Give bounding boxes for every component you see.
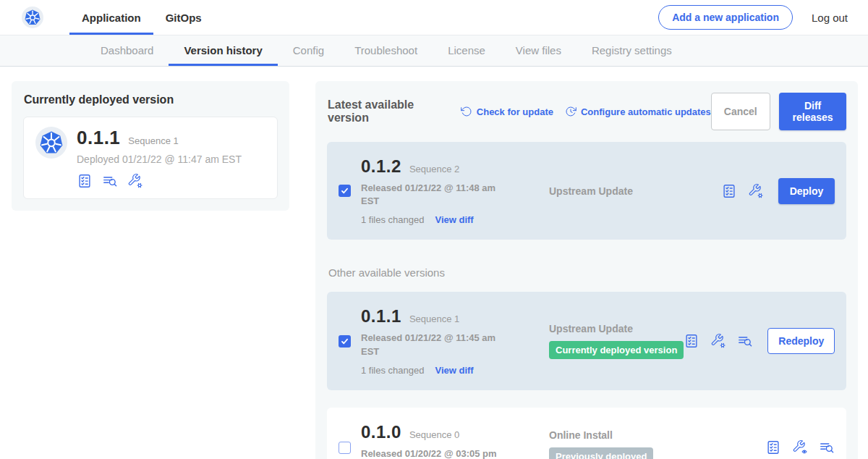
redeploy-button[interactable]: Redeploy (767, 328, 835, 354)
version-number: 0.1.2 (361, 156, 401, 177)
subnav-tab-troubleshoot[interactable]: Troubleshoot (339, 35, 433, 66)
diff-releases-button[interactable]: Diff releases (779, 93, 847, 130)
version-number: 0.1.1 (361, 306, 401, 327)
deploy-logs-icon[interactable] (102, 173, 118, 189)
add-new-application-button[interactable]: Add a new application (658, 5, 793, 30)
deployed-version-card: 0.1.1 Sequence 1 Deployed 01/21/22 @ 11:… (23, 117, 278, 199)
checkmark-icon (341, 337, 349, 345)
view-diff-link[interactable]: View diff (435, 214, 473, 225)
view-diff-link[interactable]: View diff (435, 365, 473, 376)
version-checkbox[interactable] (339, 185, 351, 197)
main-content: Currently deployed version 0.1.1 Sequenc… (0, 67, 868, 459)
logout-link[interactable]: Log out (812, 12, 848, 24)
sequence-label: Sequence 0 (409, 429, 459, 440)
sequence-label: Sequence 1 (409, 313, 459, 324)
released-timestamp: Released 01/21/22 @ 11:45 am EST (361, 332, 516, 358)
checkmark-icon (341, 187, 349, 195)
latest-available-header: Latest available version Check for updat… (327, 93, 846, 130)
edit-config-icon[interactable] (710, 333, 726, 349)
subnav-tab-config[interactable]: Config (278, 35, 339, 66)
edit-config-icon[interactable] (748, 183, 764, 199)
version-checkbox[interactable] (339, 442, 351, 454)
deploy-logs-icon[interactable] (737, 333, 753, 349)
top-nav-tabs: Application GitOps (69, 0, 214, 35)
top-nav-actions: Add a new application Log out (658, 0, 868, 35)
deployed-sequence-label: Sequence 1 (128, 135, 178, 146)
auto-update-icon (565, 106, 576, 117)
deployed-panel-title: Currently deployed version (24, 93, 277, 106)
files-changed-label: 1 files changed (361, 214, 424, 225)
version-row-0-1-0: 0.1.0 Sequence 0 Released 01/20/22 @ 03:… (327, 408, 846, 459)
kubernetes-logo-icon (22, 0, 43, 35)
preflight-checks-icon[interactable] (721, 183, 737, 199)
preflight-checks-icon[interactable] (684, 333, 699, 349)
files-changed-label: 1 files changed (361, 365, 424, 376)
version-number: 0.1.0 (361, 422, 401, 442)
version-source-label: Upstream Update (549, 185, 721, 197)
version-history-panel: Latest available version Check for updat… (315, 81, 858, 459)
app-icon (35, 127, 67, 159)
tab-gitops[interactable]: GitOps (153, 0, 214, 35)
tab-application[interactable]: Application (69, 0, 153, 35)
app-subnav: Dashboard Version history Config Trouble… (0, 35, 868, 67)
subnav-tab-view-files[interactable]: View files (501, 35, 576, 66)
version-source-label: Upstream Update (549, 323, 684, 334)
subnav-tab-license[interactable]: License (433, 35, 501, 66)
subnav-tab-registry-settings[interactable]: Registry settings (576, 35, 687, 66)
currently-deployed-panel: Currently deployed version 0.1.1 Sequenc… (12, 81, 289, 211)
released-timestamp: Released 01/21/22 @ 11:48 am EST (361, 182, 516, 208)
currently-deployed-badge: Currently deployed version (549, 341, 684, 359)
configure-automatic-updates-label: Configure automatic updates (581, 106, 711, 117)
deployed-version-number: 0.1.1 (77, 127, 120, 149)
cancel-button[interactable]: Cancel (711, 93, 770, 130)
subnav-tab-dashboard[interactable]: Dashboard (85, 35, 169, 66)
check-for-update-link[interactable]: Check for update (461, 106, 553, 117)
view-config-icon[interactable] (792, 439, 808, 455)
deploy-button[interactable]: Deploy (778, 178, 835, 204)
released-timestamp: Released 01/20/22 @ 03:05 pm EST (361, 447, 516, 459)
check-for-update-label: Check for update (477, 106, 553, 117)
version-source-label: Online Install (549, 429, 765, 441)
version-row-0-1-1: 0.1.1 Sequence 1 Released 01/21/22 @ 11:… (327, 292, 846, 389)
preflight-checks-icon[interactable] (77, 173, 93, 189)
previously-deployed-badge: Previously deployed (549, 447, 653, 459)
other-versions-title: Other available versions (328, 266, 846, 279)
deploy-logs-icon[interactable] (819, 439, 835, 455)
configure-automatic-updates-link[interactable]: Configure automatic updates (565, 106, 711, 117)
edit-config-icon[interactable] (127, 173, 143, 189)
refresh-icon (461, 106, 472, 117)
version-row-0-1-2: 0.1.2 Sequence 2 Released 01/21/22 @ 11:… (327, 142, 846, 240)
version-checkbox[interactable] (339, 335, 351, 348)
preflight-checks-icon[interactable] (765, 439, 781, 455)
top-navbar: Application GitOps Add a new application… (0, 0, 868, 35)
deployed-timestamp: Deployed 01/21/22 @ 11:47 am EST (77, 153, 242, 165)
latest-available-title: Latest available version (328, 98, 445, 125)
sequence-label: Sequence 2 (409, 164, 459, 174)
subnav-tab-version-history[interactable]: Version history (169, 35, 277, 66)
